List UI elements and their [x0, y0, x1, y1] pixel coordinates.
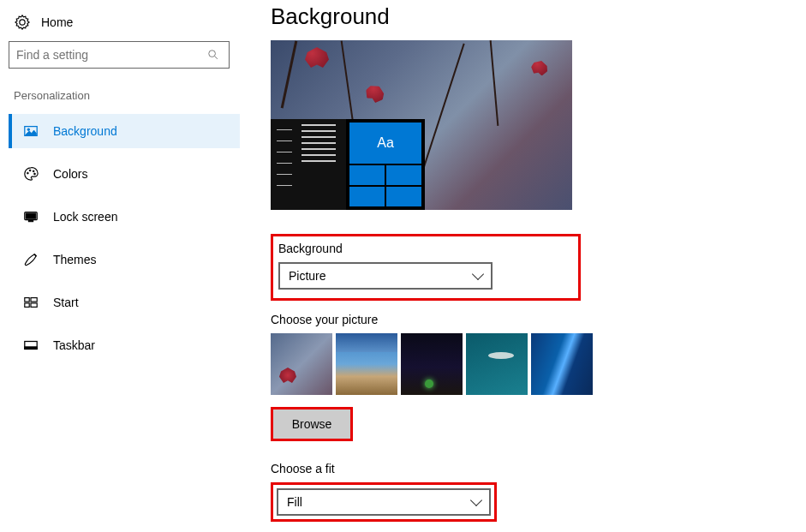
picture-thumbnail[interactable]: [336, 333, 397, 395]
sidebar-item-label: Colors: [53, 167, 87, 181]
svg-rect-12: [31, 298, 37, 302]
gear-icon: [14, 14, 31, 31]
sidebar-item-colors[interactable]: Colors: [9, 157, 240, 191]
monitor-icon: [22, 208, 39, 225]
svg-point-5: [29, 170, 31, 171]
sidebar-item-lock-screen[interactable]: Lock screen: [9, 200, 240, 234]
svg-point-4: [27, 172, 29, 174]
annotation-highlight: Background Picture: [271, 234, 581, 301]
sidebar-item-label: Taskbar: [53, 338, 95, 352]
svg-line-1: [215, 57, 218, 59]
search-input[interactable]: [16, 48, 205, 62]
svg-point-6: [33, 170, 34, 172]
choose-picture-label: Choose your picture: [271, 313, 806, 326]
image-icon: [22, 123, 39, 140]
desktop-preview: Aa: [271, 40, 572, 210]
svg-point-3: [27, 129, 30, 131]
picture-thumbnails: [271, 333, 806, 395]
svg-rect-10: [28, 221, 33, 222]
settings-main-panel: Background Aa Background Picture Choose …: [240, 0, 806, 532]
browse-button[interactable]: Browse: [273, 409, 350, 439]
search-icon: [205, 46, 222, 63]
sidebar-item-start[interactable]: Start: [9, 285, 240, 320]
preview-accent-sample: Aa: [349, 123, 421, 164]
annotation-highlight: Browse: [271, 407, 353, 441]
choose-fit-label: Choose a fit: [271, 462, 806, 475]
chevron-down-icon: [470, 494, 482, 506]
svg-rect-9: [26, 213, 36, 218]
taskbar-icon: [22, 337, 39, 354]
home-label: Home: [41, 15, 73, 29]
svg-rect-13: [25, 303, 29, 308]
preview-start-menu: Aa: [271, 119, 425, 210]
sidebar-item-background[interactable]: Background: [9, 114, 240, 148]
sidebar-item-label: Lock screen: [53, 210, 117, 224]
sidebar-item-themes[interactable]: Themes: [9, 242, 240, 277]
settings-sidebar: Home Personalization Background Colors L…: [0, 0, 240, 532]
svg-rect-14: [31, 303, 37, 308]
sidebar-item-taskbar[interactable]: Taskbar: [9, 328, 240, 362]
background-type-dropdown[interactable]: Picture: [278, 262, 493, 290]
page-title: Background: [271, 3, 806, 30]
sidebar-item-label: Start: [53, 296, 79, 309]
svg-point-0: [209, 51, 216, 57]
picture-thumbnail[interactable]: [401, 333, 463, 395]
sidebar-item-label: Themes: [53, 253, 97, 266]
palette-icon: [22, 165, 39, 182]
picture-thumbnail[interactable]: [531, 333, 593, 395]
sidebar-item-label: Background: [53, 124, 117, 138]
brush-icon: [22, 251, 39, 268]
home-link[interactable]: Home: [9, 9, 240, 41]
dropdown-value: Picture: [289, 269, 326, 283]
background-label: Background: [278, 242, 493, 255]
annotation-highlight: Fill: [271, 482, 497, 522]
section-header: Personalization: [9, 89, 240, 114]
chevron-down-icon: [472, 268, 484, 280]
search-box[interactable]: [9, 41, 230, 69]
svg-point-7: [34, 173, 36, 175]
start-grid-icon: [22, 294, 39, 311]
svg-rect-11: [25, 298, 29, 302]
svg-rect-16: [25, 347, 37, 350]
picture-thumbnail[interactable]: [466, 333, 528, 395]
fit-dropdown[interactable]: Fill: [277, 488, 491, 516]
picture-thumbnail[interactable]: [271, 333, 332, 395]
dropdown-value: Fill: [287, 495, 302, 509]
